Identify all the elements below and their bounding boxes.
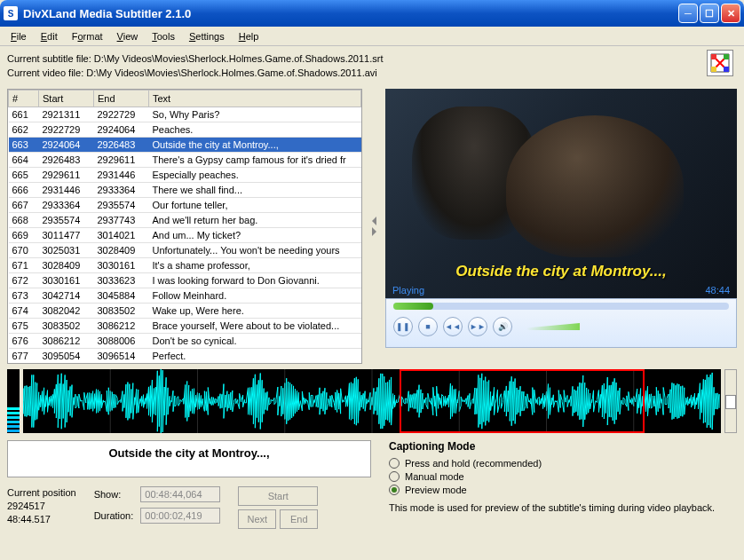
video-file-label: Current video file:: [7, 67, 83, 78]
table-row[interactable]: 66829355742937743And we'll return her ba…: [9, 213, 361, 228]
next-caption-button[interactable]: Next: [238, 509, 276, 529]
duration-label: Duration:: [94, 510, 134, 521]
maximize-button[interactable]: ☐: [700, 4, 719, 23]
position-info: Current position 2924517 48:44.517: [7, 486, 76, 526]
subtitle-file-path: D:\My Videos\Movies\Sherlock.Holmes.Game…: [94, 53, 384, 64]
video-status: Playing: [392, 285, 424, 296]
table-row[interactable]: 66729333642935574Our fortune teller,: [9, 198, 361, 213]
waveform-selection[interactable]: [400, 369, 644, 433]
waveform-zoom-slider[interactable]: [724, 369, 737, 433]
splitter-right-icon: [372, 227, 376, 236]
video-subtitle-overlay: Outside the city at Montroy...,: [385, 263, 737, 280]
position-time: 48:44.517: [7, 513, 76, 526]
column-header[interactable]: Start: [39, 91, 94, 107]
titlebar: S DivXLand Media Subtitler 2.1.0 ─ ☐ ✕: [0, 0, 744, 27]
duration-input[interactable]: [140, 508, 220, 524]
level-meter: [7, 369, 20, 433]
radio-option[interactable]: Preview mode: [389, 485, 737, 495]
end-button[interactable]: End: [280, 509, 318, 529]
prev-button[interactable]: ◄◄: [443, 317, 463, 336]
column-header[interactable]: End: [94, 91, 149, 107]
menu-format[interactable]: Format: [65, 29, 110, 43]
volume-slider[interactable]: [526, 323, 580, 330]
splitter-left-icon: [372, 217, 376, 225]
app-icon: S: [4, 6, 18, 20]
menu-help[interactable]: Help: [232, 29, 266, 43]
menubar: File Edit Format View Tools Settings Hel…: [0, 27, 744, 46]
player-controls: ❚❚ ■ ◄◄ ►► 🔊: [385, 298, 737, 348]
menu-view[interactable]: View: [110, 29, 146, 43]
radio-icon: [389, 485, 400, 495]
menu-tools[interactable]: Tools: [145, 29, 182, 43]
menu-edit[interactable]: Edit: [34, 29, 65, 43]
radio-label: Manual mode: [405, 471, 464, 482]
svg-rect-0: [711, 54, 716, 59]
table-row[interactable]: 67630862123088006Don't be so cynical.: [9, 334, 361, 349]
progress-bar[interactable]: [393, 303, 729, 310]
radio-icon: [389, 471, 400, 482]
video-time: 48:44: [705, 285, 730, 296]
show-input[interactable]: [140, 486, 220, 502]
table-row[interactable]: 66529296112931446Especially peaches.: [9, 168, 361, 183]
column-header[interactable]: Text: [149, 91, 361, 107]
table-row[interactable]: 67430820423083502Wake up, Were here.: [9, 304, 361, 319]
svg-rect-1: [724, 54, 729, 59]
table-row[interactable]: 66629314462933364There we shall find...: [9, 183, 361, 198]
video-file-path: D:\My Videos\Movies\Sherlock.Holmes.Game…: [86, 67, 377, 78]
subtitle-edit-box[interactable]: Outside the city at Montroy...,: [7, 440, 371, 477]
table-row[interactable]: 66129213112922729So, Why Paris?: [9, 107, 361, 122]
column-header[interactable]: #: [9, 91, 39, 107]
table-row[interactable]: 66329240642926483Outside the city at Mon…: [9, 138, 361, 153]
subtitle-file-label: Current subtitle file:: [7, 53, 91, 64]
table-row[interactable]: 67030250313028409Unfortunately... You wo…: [9, 243, 361, 258]
close-button[interactable]: ✕: [721, 4, 740, 23]
file-info-panel: Current subtitle file: D:\My Videos\Movi…: [0, 46, 744, 89]
logo-icon: [707, 50, 733, 76]
menu-file[interactable]: File: [4, 29, 34, 43]
radio-option[interactable]: Manual mode: [389, 471, 737, 482]
mode-description: This mode is used for preview of the sub…: [389, 502, 737, 513]
show-label: Show:: [94, 489, 134, 500]
table-row[interactable]: 66930114773014021And um... My ticket?: [9, 228, 361, 243]
table-row[interactable]: 67330427143045884Follow Meinhard.: [9, 288, 361, 304]
radio-option[interactable]: Press and hold (recommended): [389, 458, 737, 469]
radio-icon: [389, 458, 400, 469]
position-label: Current position: [7, 486, 76, 500]
window-title: DivXLand Media Subtitler 2.1.0: [23, 7, 678, 20]
table-row[interactable]: 67530835023086212Brace yourself, Were ab…: [9, 319, 361, 334]
table-row[interactable]: 67230301613033623I was looking forward t…: [9, 273, 361, 288]
table-row[interactable]: 66229227292924064Peaches.: [9, 122, 361, 138]
video-preview[interactable]: Outside the city at Montroy..., Playing …: [385, 89, 737, 298]
start-button[interactable]: Start: [238, 486, 318, 506]
position-frame: 2924517: [7, 500, 76, 513]
splitter-vertical[interactable]: [369, 89, 378, 364]
subtitle-table[interactable]: #StartEndText 66129213112922729So, Why P…: [7, 89, 362, 364]
minimize-button[interactable]: ─: [678, 4, 698, 23]
menu-settings[interactable]: Settings: [182, 29, 232, 43]
table-row[interactable]: 67730950543096514Perfect.: [9, 349, 361, 364]
radio-label: Preview mode: [405, 485, 467, 495]
stop-button[interactable]: ■: [418, 317, 438, 336]
waveform[interactable]: [23, 369, 721, 433]
caption-mode-title: Captioning Mode: [389, 440, 737, 453]
table-row[interactable]: 66429264832929611There's a Gypsy camp fa…: [9, 153, 361, 168]
volume-button[interactable]: 🔊: [493, 317, 512, 336]
pause-button[interactable]: ❚❚: [393, 317, 413, 336]
next-button[interactable]: ►►: [468, 317, 487, 336]
table-row[interactable]: 67130284093030161It's a shame professor,: [9, 258, 361, 273]
svg-rect-3: [724, 67, 729, 72]
svg-rect-2: [711, 67, 716, 72]
radio-label: Press and hold (recommended): [405, 458, 542, 469]
